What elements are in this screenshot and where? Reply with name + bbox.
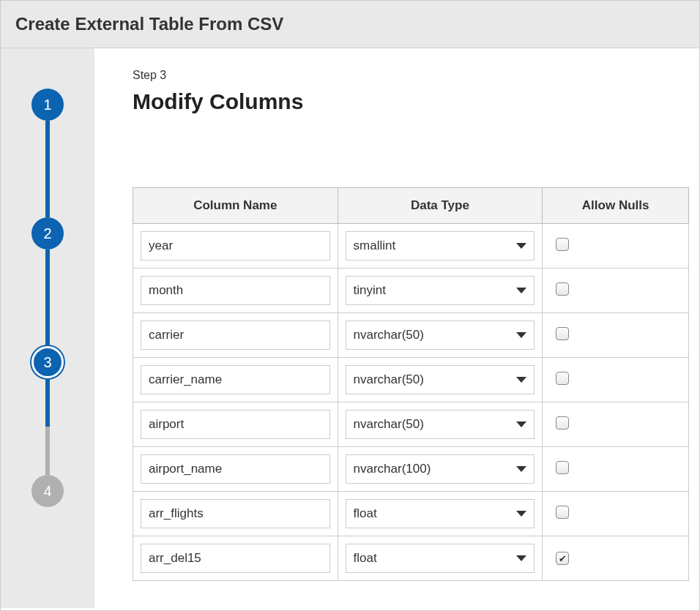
data-type-value: smallint: [354, 239, 396, 253]
data-type-select[interactable]: float: [346, 499, 535, 528]
column-name-input[interactable]: [141, 544, 330, 573]
wizard-step-2[interactable]: 2: [31, 217, 64, 250]
wizard-stepper: 1 2 3 4: [1, 48, 94, 608]
chevron-down-icon: [516, 421, 526, 427]
header-column-name: Column Name: [133, 188, 338, 224]
chevron-down-icon: [516, 511, 526, 517]
column-name-input[interactable]: [141, 276, 330, 305]
data-type-value: tinyint: [354, 283, 386, 298]
allow-nulls-checkbox[interactable]: [556, 238, 569, 251]
header-data-type: Data Type: [338, 188, 543, 224]
data-type-value: float: [354, 506, 377, 521]
column-name-input[interactable]: [141, 365, 330, 394]
data-type-select[interactable]: float: [346, 544, 535, 573]
main-panel: Step 3 Modify Columns Column Name Data T…: [94, 48, 699, 608]
chevron-down-icon: [516, 466, 526, 472]
chevron-down-icon: [516, 332, 526, 338]
page-title: Modify Columns: [133, 89, 699, 114]
dialog-title: Create External Table From CSV: [15, 14, 685, 34]
allow-nulls-checkbox[interactable]: [556, 282, 569, 296]
table-row: nvarchar(100): [133, 447, 689, 492]
column-name-input[interactable]: [141, 321, 330, 350]
allow-nulls-checkbox[interactable]: [556, 461, 569, 474]
table-row: tinyint: [133, 269, 689, 313]
connector: [45, 121, 50, 217]
table-row: nvarchar(50): [133, 358, 689, 402]
data-type-value: float: [354, 551, 377, 566]
columns-table: Column Name Data Type Allow Nulls smalli…: [133, 187, 689, 581]
wizard-step-4[interactable]: 4: [31, 475, 64, 507]
step-label: Step 3: [133, 69, 699, 82]
column-name-input[interactable]: [141, 231, 330, 260]
data-type-value: nvarchar(50): [354, 328, 424, 342]
header-allow-nulls: Allow Nulls: [543, 188, 689, 224]
column-name-input[interactable]: [141, 499, 330, 528]
data-type-select[interactable]: smallint: [346, 231, 535, 260]
table-row: float✔: [133, 536, 689, 581]
chevron-down-icon: [516, 377, 526, 383]
wizard-step-1[interactable]: 1: [31, 89, 64, 121]
table-row: smallint: [133, 224, 689, 269]
data-type-value: nvarchar(100): [354, 462, 431, 476]
wizard-step-3[interactable]: 3: [31, 346, 64, 378]
allow-nulls-checkbox[interactable]: ✔: [556, 552, 569, 565]
chevron-down-icon: [516, 243, 526, 249]
table-row: float: [133, 492, 689, 536]
allow-nulls-checkbox[interactable]: [556, 372, 569, 385]
data-type-select[interactable]: tinyint: [346, 276, 535, 305]
connector: [45, 378, 50, 427]
allow-nulls-checkbox[interactable]: [556, 506, 569, 519]
connector: [45, 427, 50, 475]
allow-nulls-checkbox[interactable]: [556, 416, 569, 430]
data-type-select[interactable]: nvarchar(50): [346, 410, 535, 439]
column-name-input[interactable]: [141, 454, 330, 484]
column-name-input[interactable]: [141, 410, 330, 439]
data-type-select[interactable]: nvarchar(50): [346, 321, 535, 350]
data-type-select[interactable]: nvarchar(50): [346, 365, 535, 394]
data-type-select[interactable]: nvarchar(100): [346, 454, 535, 484]
table-row: nvarchar(50): [133, 402, 689, 447]
data-type-value: nvarchar(50): [354, 372, 424, 387]
connector: [45, 250, 50, 346]
chevron-down-icon: [516, 288, 526, 293]
table-row: nvarchar(50): [133, 313, 689, 358]
data-type-value: nvarchar(50): [354, 417, 424, 432]
allow-nulls-checkbox[interactable]: [556, 327, 569, 340]
chevron-down-icon: [516, 555, 526, 561]
dialog-header: Create External Table From CSV: [1, 1, 699, 48]
